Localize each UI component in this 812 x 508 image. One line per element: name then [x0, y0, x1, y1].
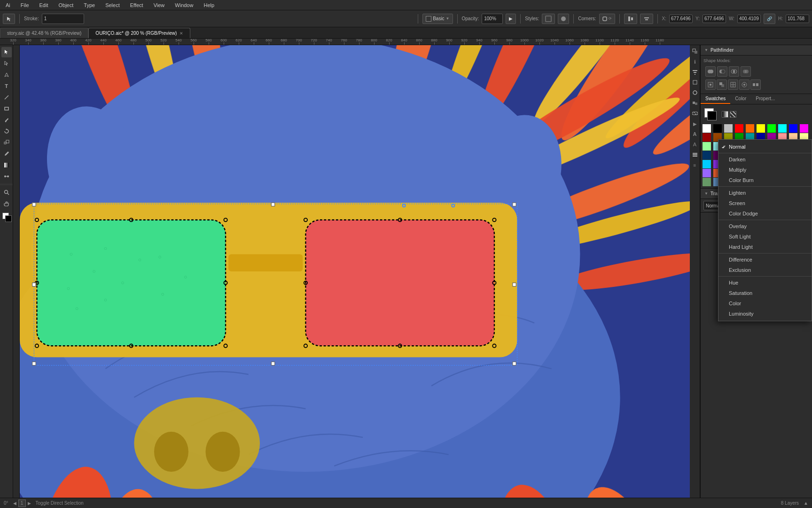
pf-unite[interactable]	[705, 66, 716, 77]
tool-direct-selection[interactable]	[1, 58, 12, 69]
blend-screen[interactable]: Screen	[718, 198, 812, 208]
color-tab[interactable]: Color	[730, 94, 751, 104]
panel-icon-transform[interactable]	[691, 78, 699, 87]
swatch-0[interactable]	[703, 124, 711, 133]
menu-edit[interactable]: Edit	[38, 1, 50, 9]
lock-ratio-btn[interactable]: 🔗	[764, 14, 775, 24]
swatch-4[interactable]	[746, 124, 754, 133]
stroke-color-box[interactable]	[707, 111, 717, 120]
tab-story[interactable]: story.aic @ 42.48 % (RGB/Preview)	[0, 28, 88, 38]
prev-frame-btn[interactable]: ◀	[13, 501, 16, 506]
swatch-2[interactable]	[724, 124, 733, 133]
swatch-1[interactable]	[713, 124, 722, 133]
swatch-30[interactable]	[703, 151, 711, 159]
tool-selection[interactable]	[1, 47, 12, 57]
swatch-7[interactable]	[778, 124, 787, 133]
panel-icon-graphic-styles[interactable]	[691, 99, 699, 107]
pf-intersect[interactable]	[729, 66, 739, 77]
blend-saturation[interactable]: Saturation	[718, 288, 812, 298]
fill-stroke-boxes[interactable]	[704, 108, 718, 120]
swatch-8[interactable]	[789, 124, 797, 133]
menu-type[interactable]: Type	[82, 1, 97, 9]
blend-difference[interactable]: Difference	[718, 254, 812, 265]
tab-ourico-close[interactable]: ✕	[180, 31, 183, 36]
pathfinder-panel-header[interactable]: ▼ Pathfinder	[701, 45, 812, 56]
pf-btn-2[interactable]	[717, 79, 727, 90]
blend-lighten[interactable]: Lighten	[718, 188, 812, 198]
tool-gradient[interactable]	[1, 160, 12, 170]
corners-btn[interactable]: ⟳	[599, 14, 615, 24]
blend-color-dodge[interactable]: Color Dodge	[718, 208, 812, 219]
swatch-5[interactable]	[757, 124, 765, 133]
swatch-3[interactable]	[735, 124, 743, 133]
blend-hard-light[interactable]: Hard Light	[718, 242, 812, 252]
swatch-6[interactable]	[767, 124, 776, 133]
pf-btn-1[interactable]	[705, 79, 716, 90]
tool-eyedropper[interactable]	[1, 149, 12, 159]
menu-ai[interactable]: Ai	[4, 1, 12, 9]
swatch-20[interactable]	[703, 142, 711, 151]
pf-minus-front[interactable]	[717, 66, 727, 77]
panel-icon-link[interactable]	[691, 109, 699, 118]
swatch-40[interactable]	[703, 160, 711, 168]
style-circle-btn[interactable]	[558, 14, 569, 24]
blend-overlay[interactable]: Overlay	[718, 221, 812, 231]
tool-select-btn[interactable]	[3, 14, 15, 24]
next-frame-btn[interactable]: ▶	[28, 501, 31, 506]
menu-object[interactable]: Object	[56, 1, 75, 9]
menu-view[interactable]: View	[152, 1, 167, 9]
blend-hue[interactable]: Hue	[718, 278, 812, 288]
tool-blend[interactable]	[1, 171, 12, 182]
none-icon[interactable]	[730, 111, 736, 118]
tool-rect[interactable]	[1, 103, 12, 114]
panel-icon-layers-list[interactable]	[691, 151, 699, 159]
swatch-60[interactable]	[703, 178, 711, 186]
x-input[interactable]	[669, 15, 693, 23]
panel-icon-properties[interactable]: ≡	[691, 161, 699, 169]
swatch-50[interactable]	[703, 169, 711, 177]
toggle-selection-label[interactable]: Toggle Direct Selection	[36, 500, 84, 506]
tool-brush[interactable]	[1, 115, 12, 125]
props-tab[interactable]: Propert...	[751, 94, 780, 104]
menu-help[interactable]: Help	[202, 1, 216, 9]
tool-pen[interactable]	[1, 70, 12, 80]
tool-rotate[interactable]	[1, 126, 12, 136]
panel-icon-type[interactable]: A	[691, 130, 699, 138]
panel-icon-appearance[interactable]	[691, 88, 699, 97]
opacity-input[interactable]	[482, 14, 503, 24]
swatches-tab[interactable]: Swatches	[701, 94, 730, 104]
tool-zoom[interactable]	[1, 187, 12, 198]
stroke-input[interactable]	[42, 14, 84, 24]
tool-type[interactable]: T	[1, 81, 12, 91]
h-input[interactable]	[786, 15, 809, 23]
w-input[interactable]	[737, 15, 761, 23]
tool-line[interactable]	[1, 92, 12, 103]
align-btn-1[interactable]	[624, 14, 637, 24]
blend-color-burn[interactable]: Color Burn	[718, 175, 812, 185]
blend-luminosity[interactable]: Luminosity	[718, 309, 812, 319]
menu-effect[interactable]: Effect	[128, 1, 145, 9]
align-btn-2[interactable]	[640, 14, 653, 24]
panel-icon-type2[interactable]: A	[691, 140, 699, 149]
fill-basic-btn[interactable]: Basic ▼	[422, 14, 453, 24]
blend-exclusion[interactable]: Exclusion	[718, 265, 812, 275]
frame-display[interactable]: 1	[18, 500, 26, 507]
menu-select[interactable]: Select	[103, 1, 122, 9]
blend-soft-light[interactable]: Soft Light	[718, 231, 812, 242]
gradient-icon[interactable]	[722, 111, 728, 118]
panel-icon-pathfinder[interactable]	[691, 47, 699, 56]
menu-file[interactable]: File	[19, 1, 31, 9]
panel-icon-play[interactable]: ▶	[691, 119, 699, 128]
layers-expand-btn[interactable]: ▲	[804, 500, 808, 506]
y-input[interactable]	[703, 15, 726, 23]
tab-ourico[interactable]: OURIÇO.aic* @ 200 % (RGB/Preview) ✕	[88, 28, 190, 38]
tool-hand[interactable]	[1, 198, 12, 209]
menu-window[interactable]: Window	[173, 1, 195, 9]
pf-btn-3[interactable]	[728, 79, 738, 90]
blend-normal-checked[interactable]: ✓ Normal	[718, 142, 812, 152]
blend-multiply[interactable]: Multiply	[718, 165, 812, 175]
blend-color[interactable]: Color	[718, 298, 812, 309]
color-indicator[interactable]	[1, 212, 12, 222]
tool-scale[interactable]	[1, 137, 12, 148]
panel-icon-align[interactable]	[691, 68, 699, 76]
